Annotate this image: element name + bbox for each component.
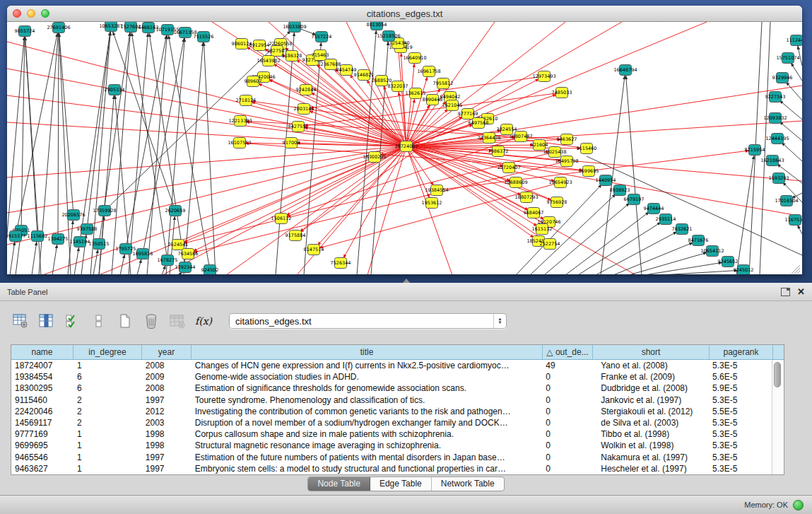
select-column-icon[interactable] <box>37 313 56 329</box>
graph-node[interactable]: 8938923 <box>610 185 630 196</box>
table-scrollbar-thumb[interactable] <box>774 362 781 387</box>
graph-node[interactable]: 8471676 <box>688 235 709 246</box>
table-settings-icon[interactable] <box>11 313 30 329</box>
graph-node[interactable]: 19384554 <box>425 185 448 196</box>
column-header-year[interactable]: year <box>142 345 192 359</box>
tab-edge-table[interactable]: Edge Table <box>370 477 432 491</box>
graph-node[interactable]: 6679197 <box>624 194 645 205</box>
close-icon[interactable]: ✕ <box>797 288 805 296</box>
graph-node[interactable]: 12444195 <box>765 134 789 144</box>
graph-node[interactable]: 924502 <box>201 265 219 275</box>
network-window[interactable]: citations_edges.txt 18724007986012489129… <box>7 6 802 274</box>
column-header-pagerank[interactable]: pagerank <box>710 345 773 359</box>
graph-node[interactable]: 16107553 <box>228 138 251 148</box>
graph-node[interactable]: 3824554 <box>497 124 517 135</box>
graph-node[interactable]: 7526344 <box>331 258 351 269</box>
graph-node[interactable]: 1953612 <box>422 198 442 209</box>
graph-node[interactable]: 12213383 <box>228 116 252 127</box>
column-header-in_degree[interactable]: in_degree <box>73 345 142 359</box>
graph-node[interactable]: 621604 <box>531 140 548 151</box>
graph-node[interactable]: 7485033 <box>552 88 572 98</box>
network-canvas[interactable]: 1872400798601248912954222605589827503165… <box>7 22 802 274</box>
graph-node[interactable]: 9329946 <box>772 73 793 83</box>
table-row[interactable]: 977716911998Corpus callosum shape and si… <box>11 428 772 440</box>
graph-node[interactable]: 1593293 <box>769 173 789 184</box>
graph-node[interactable]: 19654923 <box>548 177 572 188</box>
graph-node[interactable]: 9227343 <box>765 92 786 103</box>
graph-node[interactable]: 27691406 <box>47 23 70 33</box>
resize-grip[interactable] <box>792 265 800 274</box>
graph-node[interactable]: 10654112 <box>700 246 724 257</box>
float-window-icon[interactable] <box>781 288 790 296</box>
graph-node[interactable]: 2620659 <box>165 206 186 216</box>
memory-ok-indicator[interactable] <box>793 500 804 510</box>
column-header-out_de[interactable]: △ out_de... <box>543 345 593 359</box>
table-row[interactable]: 946554611997Estimation of the future num… <box>11 452 772 463</box>
graph-node[interactable]: 7955812 <box>433 78 454 89</box>
graph-node[interactable]: 1145194 <box>70 237 90 247</box>
table-select-dropdown[interactable]: citations_edges.txt ▲▼ <box>229 313 507 329</box>
graph-node[interactable]: 16640910 <box>403 53 426 64</box>
graph-node[interactable]: 16033809 <box>283 22 306 33</box>
function-icon[interactable]: f(x) <box>194 313 213 329</box>
graph-node[interactable]: 2935114 <box>656 214 676 225</box>
graph-node[interactable]: 917004 <box>283 138 300 148</box>
graph-node[interactable]: 8427552 <box>288 122 309 132</box>
graph-node[interactable]: 9175884 <box>286 230 306 241</box>
graph-node[interactable]: 1678275 <box>158 255 178 266</box>
graph-node[interactable]: 15751074 <box>776 53 799 64</box>
graph-node[interactable]: 1506112 <box>271 214 292 224</box>
graph-node[interactable]: 2905334 <box>105 85 125 95</box>
graph-node[interactable]: 16648794 <box>613 65 637 76</box>
graph-node[interactable]: 2718126 <box>236 95 257 106</box>
graph-node[interactable]: 2803144 <box>294 104 314 115</box>
graph-node[interactable]: 1394275 <box>48 234 69 245</box>
network-window-titlebar[interactable]: citations_edges.txt <box>7 6 802 22</box>
column-header-name[interactable]: name <box>11 345 73 359</box>
tab-network-table[interactable]: Network Table <box>432 477 504 491</box>
table-row[interactable]: 911546021997Tourette syndrome. Phenomeno… <box>11 395 772 406</box>
graph-node[interactable]: 7557224 <box>312 32 332 42</box>
graph-node[interactable]: 16961758 <box>417 66 440 77</box>
graph-node[interactable]: 10653287 <box>99 22 122 32</box>
delete-icon[interactable] <box>142 313 160 329</box>
tab-node-table[interactable]: Node Table <box>308 477 370 491</box>
graph-node[interactable]: 20206576 <box>61 210 85 221</box>
graph-edge <box>162 265 165 274</box>
table-row[interactable]: 946362711997Embryonic stem cells: a mode… <box>11 463 772 474</box>
graph-node[interactable]: 1112447 <box>787 35 802 46</box>
graph-node[interactable]: 9115460 <box>577 144 597 154</box>
column-header-short[interactable]: short <box>593 345 710 359</box>
table-row[interactable]: 969969511998Structural magnetic resonanc… <box>11 440 772 451</box>
graph-node[interactable]: 9055724 <box>15 26 35 37</box>
graph-node[interactable]: 1115682 <box>28 231 48 242</box>
table-row[interactable]: 2242004622012Investigating the contribut… <box>11 406 772 417</box>
table-row[interactable]: 1830029562008Estimation of significance … <box>11 382 772 394</box>
graph-node[interactable]: 9474444 <box>644 204 664 214</box>
select-all-icon[interactable] <box>64 313 82 329</box>
graph-node[interactable]: 8147514 <box>304 245 324 255</box>
graph-node[interactable]: 1350515 <box>89 239 110 250</box>
table-row[interactable]: 1938455462009Genome-wide association stu… <box>11 371 772 382</box>
graph-node[interactable]: 9245012 <box>734 265 754 275</box>
table-row[interactable]: 1456911722003Disruption of a novel membe… <box>11 417 772 428</box>
graph-node[interactable]: 9756928 <box>547 197 567 208</box>
graph-node[interactable]: 1292344 <box>175 262 196 273</box>
graph-node[interactable]: 8813054 <box>367 22 387 30</box>
node-table: namein_degreeyeartitle△ out_de...shortpa… <box>11 344 784 475</box>
column-header-title[interactable]: title <box>192 345 543 359</box>
graph-node[interactable]: 10688609 <box>504 177 527 188</box>
graph-node[interactable]: 8215954 <box>745 145 765 156</box>
graph-node[interactable]: 17016504 <box>775 196 798 206</box>
table-scrollbar[interactable] <box>772 360 784 474</box>
new-document-icon[interactable] <box>116 313 134 329</box>
graph-node[interactable]: 1167534 <box>785 215 802 226</box>
graph-node[interactable]: 17359928 <box>93 206 116 216</box>
dropdown-stepper-icon[interactable]: ▲▼ <box>493 314 506 328</box>
graph-node[interactable]: 9699695 <box>579 166 599 177</box>
table-row[interactable]: 1872400712008Changes of HCN gene express… <box>11 360 772 371</box>
graph-node[interactable]: 12973493 <box>532 71 555 82</box>
rows-icon[interactable] <box>90 313 108 329</box>
graph-node[interactable]: 9245652 <box>718 257 739 267</box>
graph-node[interactable]: 989607 <box>245 76 262 87</box>
